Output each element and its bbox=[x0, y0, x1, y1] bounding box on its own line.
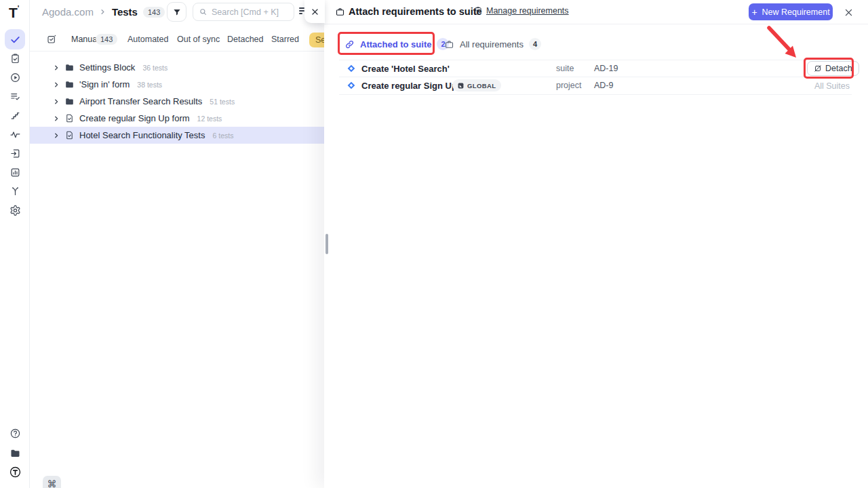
document-check-icon bbox=[64, 113, 75, 123]
search-input[interactable] bbox=[212, 7, 286, 17]
tree-count: 6 tests bbox=[212, 131, 233, 140]
tree-row-create-signup[interactable]: Create regular Sign Up form 12 tests bbox=[30, 110, 324, 127]
rail-item-plans[interactable] bbox=[9, 52, 21, 64]
sort-icon[interactable] bbox=[299, 7, 304, 16]
briefcase-icon bbox=[335, 7, 345, 17]
check-icon bbox=[9, 34, 21, 45]
app-logo[interactable]: T' bbox=[9, 4, 18, 21]
gear-icon bbox=[9, 205, 21, 216]
rail-item-runs[interactable] bbox=[9, 71, 21, 83]
folder-icon bbox=[9, 447, 21, 459]
unlink-icon bbox=[814, 64, 822, 73]
filter-tab-out-of-sync[interactable]: Out of sync bbox=[177, 35, 220, 44]
tree-count: 38 tests bbox=[137, 81, 162, 89]
testomat-logo-icon bbox=[9, 466, 22, 479]
tree-row-airport-transfer[interactable]: Airport Transfer Search Results 51 tests bbox=[30, 93, 324, 110]
branch-icon bbox=[9, 186, 21, 197]
clipboard-check-icon bbox=[9, 53, 21, 64]
manage-requirements-link[interactable]: Manage requirements bbox=[473, 6, 569, 16]
requirement-scope: suite bbox=[556, 64, 574, 73]
breadcrumb-section[interactable]: Tests bbox=[112, 6, 138, 18]
chevron-right-icon[interactable] bbox=[53, 81, 60, 88]
chevron-right-icon bbox=[99, 8, 106, 16]
manual-count-badge: 143 bbox=[96, 34, 117, 45]
divider bbox=[339, 60, 852, 60]
folder-icon bbox=[64, 96, 75, 106]
tree-row-sign-in-form[interactable]: 'Sign in' form 38 tests bbox=[30, 76, 324, 93]
divider bbox=[339, 94, 852, 95]
rail-item-steps[interactable] bbox=[9, 109, 21, 121]
tree-count: 51 tests bbox=[210, 98, 235, 106]
requirement-title[interactable]: Create 'Hotel Search' bbox=[361, 64, 450, 74]
severity-chip[interactable]: Sev bbox=[309, 33, 324, 47]
divider bbox=[324, 24, 868, 24]
folder-icon bbox=[64, 62, 75, 73]
detach-button[interactable]: Detach bbox=[807, 61, 859, 76]
filter-button[interactable] bbox=[167, 2, 186, 22]
list-check-icon bbox=[9, 91, 21, 102]
filter-tab-manual[interactable]: Manual bbox=[71, 35, 99, 44]
tree-count: 12 tests bbox=[197, 115, 222, 123]
chevron-right-icon[interactable] bbox=[53, 132, 60, 139]
panel-close-button[interactable] bbox=[842, 6, 854, 18]
panel-title: Attach requirements to suite bbox=[349, 6, 482, 17]
all-suites-label: All Suites bbox=[814, 81, 850, 91]
rail-item-tests[interactable] bbox=[5, 29, 25, 49]
import-icon bbox=[9, 148, 21, 159]
new-requirement-button[interactable]: + New Requirement bbox=[749, 3, 833, 20]
document-check-icon bbox=[64, 130, 75, 140]
icon-rail: T' bbox=[0, 0, 30, 488]
select-tests-button[interactable] bbox=[46, 34, 57, 45]
tab-attached-to-suite[interactable]: Attached to suite 2 bbox=[344, 38, 449, 50]
steps-icon bbox=[9, 110, 21, 121]
tree-row-hotel-search-selected[interactable]: Hotel Search Functionality Tests 6 tests bbox=[30, 127, 324, 144]
requirement-scope: project bbox=[556, 81, 582, 90]
requirement-diamond-icon bbox=[347, 64, 356, 73]
tree-label[interactable]: Hotel Search Functionality Tests bbox=[79, 130, 205, 140]
rail-item-analytics[interactable] bbox=[9, 166, 21, 178]
overlay-close-button[interactable] bbox=[304, 0, 325, 23]
chevron-right-icon[interactable] bbox=[53, 98, 60, 105]
pulse-icon bbox=[9, 129, 21, 140]
rail-item-branches[interactable] bbox=[9, 185, 21, 197]
clipboard-search-icon bbox=[473, 6, 483, 16]
rail-item-settings[interactable] bbox=[9, 204, 21, 216]
divider bbox=[339, 77, 852, 77]
plus-icon: + bbox=[751, 7, 757, 18]
requirement-id: AD-19 bbox=[594, 64, 618, 73]
chevron-right-icon[interactable] bbox=[53, 64, 60, 71]
rail-item-account[interactable] bbox=[9, 466, 21, 478]
scrollbar-thumb[interactable] bbox=[326, 234, 328, 254]
filter-tab-starred[interactable]: Starred bbox=[271, 35, 299, 44]
requirement-diamond-icon bbox=[347, 81, 356, 90]
requirement-id: AD-9 bbox=[594, 81, 613, 90]
tree-row-settings-block[interactable]: Settings Block 36 tests bbox=[30, 59, 324, 76]
rail-item-activity[interactable] bbox=[9, 128, 21, 140]
close-icon bbox=[311, 7, 319, 16]
rail-item-checklists[interactable] bbox=[9, 90, 21, 102]
divider bbox=[30, 51, 324, 52]
tree-label[interactable]: Airport Transfer Search Results bbox=[79, 96, 202, 106]
tree-label[interactable]: Create regular Sign Up form bbox=[79, 113, 190, 123]
tab-all-requirements[interactable]: All requirements 4 bbox=[444, 38, 541, 50]
rail-item-projects[interactable] bbox=[9, 447, 21, 459]
search-box[interactable] bbox=[193, 3, 294, 21]
rail-item-help[interactable] bbox=[9, 427, 21, 439]
select-all-icon bbox=[46, 34, 57, 45]
help-circle-icon bbox=[9, 428, 21, 439]
tree-count: 36 tests bbox=[142, 64, 167, 72]
logo-tick: ' bbox=[18, 4, 19, 12]
all-count-badge: 4 bbox=[529, 38, 541, 50]
link-icon bbox=[344, 39, 355, 49]
breadcrumb-project[interactable]: Agoda.com bbox=[42, 6, 94, 18]
rail-item-import[interactable] bbox=[9, 147, 21, 159]
filter-tab-automated[interactable]: Automated bbox=[127, 35, 168, 44]
chevron-right-icon[interactable] bbox=[53, 115, 60, 122]
tree-label[interactable]: Settings Block bbox=[79, 62, 135, 73]
global-scope-icon bbox=[457, 82, 465, 89]
briefcase-icon bbox=[444, 39, 454, 49]
funnel-icon bbox=[172, 7, 182, 17]
filter-tab-detached[interactable]: Detached bbox=[227, 35, 264, 44]
tests-count-badge: 143 bbox=[143, 7, 165, 18]
tree-label[interactable]: 'Sign in' form bbox=[79, 79, 130, 89]
